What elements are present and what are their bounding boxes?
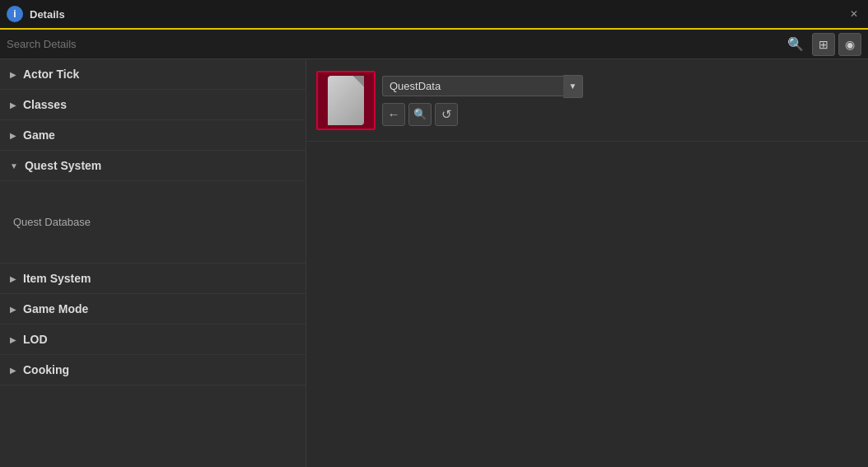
chevron-right-icon: ▶	[10, 366, 16, 375]
asset-thumbnail	[316, 71, 376, 130]
chevron-right-icon: ▶	[10, 100, 16, 110]
quest-database-value-area: ▼ ← 🔍 ↺	[306, 59, 868, 142]
section-label: Item System	[23, 272, 91, 285]
title-bar: i Details ✕	[0, 0, 868, 30]
left-panel: ▶ Actor Tick ▶ Classes ▶ Game ▼ Quest Sy…	[0, 59, 306, 467]
sidebar-item-game[interactable]: ▶ Game	[0, 120, 306, 151]
details-icon: i	[7, 6, 23, 22]
search-input[interactable]	[7, 38, 782, 50]
chevron-right-icon: ▶	[10, 131, 16, 140]
search-icon: 🔍	[787, 36, 804, 52]
asset-name-input[interactable]	[382, 76, 563, 96]
close-button[interactable]: ✕	[847, 7, 861, 21]
right-panel-empty	[306, 142, 868, 467]
sidebar-item-item-system[interactable]: ▶ Item System	[0, 264, 306, 294]
section-label: Quest System	[25, 159, 101, 172]
chevron-down-icon: ▼	[10, 161, 18, 170]
sidebar-item-lod[interactable]: ▶ LOD	[0, 325, 306, 355]
asset-controls: ▼ ← 🔍 ↺	[382, 75, 583, 126]
settings-button[interactable]: ◉	[838, 33, 861, 56]
sidebar-item-game-mode[interactable]: ▶ Game Mode	[0, 294, 306, 325]
asset-back-button[interactable]: ←	[382, 103, 405, 126]
main-content: ▶ Actor Tick ▶ Classes ▶ Game ▼ Quest Sy…	[0, 59, 868, 467]
section-label: Classes	[23, 98, 67, 111]
sidebar-item-quest-system[interactable]: ▼ Quest System	[0, 151, 306, 181]
asset-reset-button[interactable]: ↺	[435, 103, 458, 126]
section-label: Cooking	[23, 363, 69, 376]
asset-action-buttons: ← 🔍 ↺	[382, 103, 583, 126]
chevron-right-icon: ▶	[10, 274, 16, 283]
asset-dropdown: ▼	[382, 75, 583, 98]
asset-dropdown-arrow-button[interactable]: ▼	[563, 75, 583, 98]
chevron-right-icon: ▶	[10, 335, 16, 344]
title-bar-title: Details	[30, 8, 65, 21]
quest-database-label: Quest Database	[0, 181, 306, 263]
grid-view-button[interactable]: ⊞	[812, 33, 835, 56]
asset-thumbnail-inner	[328, 76, 364, 125]
section-label: Game Mode	[23, 302, 88, 315]
sidebar-item-classes[interactable]: ▶ Classes	[0, 90, 306, 120]
section-label: Game	[23, 128, 55, 142]
search-bar: 🔍 ⊞ ◉	[0, 30, 868, 59]
asset-search-button[interactable]: 🔍	[408, 103, 432, 126]
right-panel: ▼ ← 🔍 ↺	[306, 59, 868, 467]
search-icon: 🔍	[413, 108, 427, 120]
sidebar-item-cooking[interactable]: ▶ Cooking	[0, 355, 306, 385]
toolbar-icons: ⊞ ◉	[812, 33, 861, 56]
section-label: Actor Tick	[23, 68, 79, 81]
sidebar-item-actor-tick[interactable]: ▶ Actor Tick	[0, 59, 306, 90]
quest-database-row: Quest Database	[0, 181, 306, 264]
chevron-right-icon: ▶	[10, 305, 16, 314]
section-label: LOD	[23, 333, 48, 346]
chevron-right-icon: ▶	[10, 70, 16, 79]
